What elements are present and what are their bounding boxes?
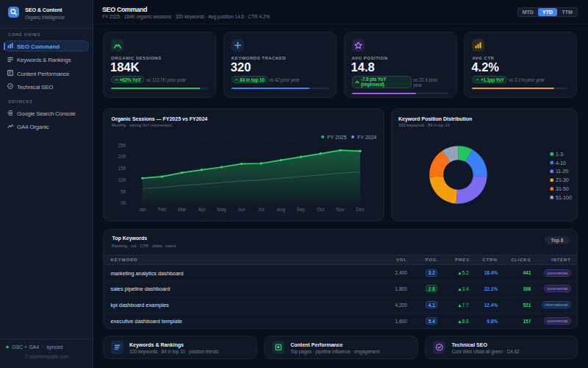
svg-text:51-100: 51-100 [556, 195, 572, 200]
svg-text:Oct: Oct [317, 207, 324, 212]
svg-text:Nov: Nov [336, 207, 345, 212]
svg-text:Aug: Aug [277, 207, 286, 213]
svg-text:Apr: Apr [198, 207, 206, 213]
svg-text:4-10: 4-10 [556, 160, 566, 166]
svg-text:21-30: 21-30 [556, 177, 569, 183]
svg-text:25K: 25K [118, 143, 126, 148]
svg-text:Jun: Jun [237, 207, 245, 212]
svg-text:5K: 5K [121, 189, 127, 194]
svg-text:May: May [217, 207, 226, 213]
svg-text:20K: 20K [118, 154, 126, 159]
svg-text:Dec: Dec [356, 207, 365, 212]
svg-text:1-3: 1-3 [556, 152, 563, 157]
svg-text:Jul: Jul [258, 207, 265, 212]
svg-text:31-50: 31-50 [556, 186, 569, 191]
svg-text:Sep: Sep [296, 207, 305, 213]
svg-text:0K: 0K [121, 200, 127, 205]
svg-text:15K: 15K [118, 166, 126, 171]
svg-text:Feb: Feb [158, 207, 167, 212]
svg-text:11-20: 11-20 [556, 169, 568, 174]
svg-text:Jan: Jan [138, 207, 146, 212]
svg-text:10K: 10K [118, 177, 126, 183]
svg-text:Mar: Mar [178, 207, 187, 212]
